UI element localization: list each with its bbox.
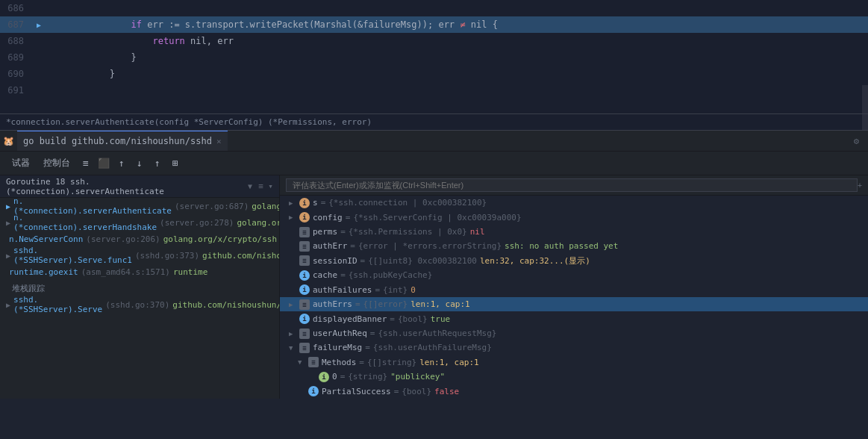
add-watch-icon[interactable]: + <box>858 181 862 190</box>
callstack-item-0[interactable]: ▶ n.(*connection).serverAuthenticate (se… <box>0 198 279 214</box>
expand-icon-5: ▶ <box>6 301 10 309</box>
btn-rerun[interactable]: ≡ <box>78 155 94 172</box>
callstack-panel: Goroutine 18 ssh.(*connection).serverAut… <box>0 175 280 399</box>
call-signature: *connection.serverAuthenticate(config *S… <box>6 117 372 127</box>
current-line-arrow: ▶ <box>37 21 41 29</box>
btn-stop[interactable]: ⬛ <box>96 155 112 172</box>
vars-search-bar: + <box>280 175 868 196</box>
var-row-displayedbanner[interactable]: i displayedBanner = {bool} true <box>280 311 868 326</box>
expand-s[interactable]: ▶ <box>289 199 299 207</box>
goroutine-dropdown-arrow[interactable]: ▼ <box>248 182 252 190</box>
expand-autherrs[interactable]: ▶ <box>289 301 299 308</box>
expand-icon-3: ▶ <box>6 252 10 260</box>
call-info-bar: *connection.serverAuthenticate(config *S… <box>0 113 868 130</box>
debugger-toolbar: 试器 控制台 ≡ ⬛ ↑ ↓ ↑ ⊞ <box>0 152 868 175</box>
var-icon-userAuthReq: ≡ <box>299 329 310 339</box>
goroutine-selector[interactable]: Goroutine 18 ssh.(*connection).serverAut… <box>0 175 279 198</box>
build-tab-label: go build github.com/nishoushun/sshd <box>23 136 212 146</box>
code-line-690: 690 } <box>0 66 868 82</box>
btn-step-into[interactable]: ↑ <box>149 155 166 172</box>
var-row-cache[interactable]: i cache = {ssh.pubKeyCache} <box>280 268 868 282</box>
expand-icon-0: ▶ <box>6 202 10 211</box>
var-row-partialsuccess[interactable]: i PartialSuccess = {bool} false <box>280 384 868 398</box>
vars-search-input[interactable] <box>286 178 858 192</box>
btn-resume[interactable]: ↑ <box>113 155 130 172</box>
goroutine-label: Goroutine 18 ssh.(*connection).serverAut… <box>6 177 245 196</box>
var-row-sessionid[interactable]: ≡ sessionID = {[]uint8} 0xc000382100 len… <box>280 254 868 268</box>
var-icon-config: i <box>299 212 310 222</box>
tab-console[interactable]: 控制台 <box>37 154 76 172</box>
var-icon-sessionid: ≡ <box>299 255 310 266</box>
var-icon-autherrs: ≡ <box>299 299 310 310</box>
var-icon-perms: ≡ <box>299 227 310 237</box>
var-row-autherr[interactable]: ≡ authErr = {error | *errors.errorString… <box>280 239 868 253</box>
settings-icon[interactable]: ⚙ <box>854 136 865 146</box>
go-icon: 🐹 <box>3 136 14 146</box>
var-icon-displayedbanner: i <box>299 314 310 324</box>
code-lines: 686 687 ▶ if err := s.transport.writePac… <box>0 0 868 113</box>
callstack-item-2[interactable]: n.NewServerConn (server.go:206) golang.o… <box>0 231 279 247</box>
var-row-failuremsg[interactable]: ▼ ≡ failureMsg = {ssh.userAuthFailureMsg… <box>280 340 868 355</box>
expand-userAuthReq[interactable]: ▶ <box>289 330 299 337</box>
var-icon-cache: i <box>299 270 310 281</box>
tab-bar: 🐹 go build github.com/nishoushun/sshd × … <box>0 131 868 152</box>
var-icon-authfailures: i <box>299 284 310 295</box>
var-row-s[interactable]: ▶ i s = {*ssh.connection | 0xc000382100} <box>280 196 868 210</box>
callstack-item-5[interactable]: ▶ sshd.(*SSHServer).Serve (sshd.go:370) … <box>0 296 279 313</box>
var-row-config[interactable]: ▶ i config = {*ssh.ServerConfig | 0xc000… <box>280 210 868 224</box>
var-icon-s: i <box>299 198 310 208</box>
expand-failuremsg[interactable]: ▼ <box>289 344 299 352</box>
callstack-item-1[interactable]: ▶ n.(*connection).serverHandshake (serve… <box>0 214 279 231</box>
expand-methods[interactable]: ▼ <box>298 358 308 366</box>
extra-controls: ≡ ▾ <box>258 181 273 191</box>
var-row-userAuthReq[interactable]: ▶ ≡ userAuthReq = {ssh.userAuthRequestMs… <box>280 326 868 340</box>
btn-step-out[interactable]: ⊞ <box>167 155 184 172</box>
variables-panel: + ▶ i s = {*ssh.connection | 0xc00038210… <box>280 175 868 399</box>
var-row-autherrs[interactable]: ▶ ≡ authErrs = {[]error} len:1, cap:1 <box>280 297 868 311</box>
btn-step-over[interactable]: ↓ <box>131 155 148 172</box>
callstack-item-3[interactable]: ▶ sshd.(*SSHServer).Serve.func1 (sshd.go… <box>0 247 279 264</box>
code-editor: 686 687 ▶ if err := s.transport.writePac… <box>0 0 868 131</box>
var-icon-methods: ≡ <box>308 357 319 367</box>
var-row-authfailures[interactable]: i authFailures = {int} 0 <box>280 283 868 297</box>
var-row-methods-0[interactable]: i 0 = {string} "publickey" <box>280 370 868 384</box>
callstack-section-label: 堆栈跟踪 <box>0 280 279 296</box>
var-icon-partialsuccess: i <box>308 386 319 396</box>
debugger-main: Goroutine 18 ssh.(*connection).serverAut… <box>0 175 868 399</box>
var-icon-autherr: ≡ <box>299 241 310 252</box>
var-row-perms[interactable]: ≡ perms = {*ssh.Permissions | 0x0} nil <box>280 225 868 239</box>
build-tab-close[interactable]: × <box>216 137 222 146</box>
expand-icon-1: ▶ <box>6 219 10 227</box>
var-row-methods[interactable]: ▼ ≡ Methods = {[]string} len:1, cap:1 <box>280 355 868 370</box>
var-icon-failuremsg: ≡ <box>299 343 310 353</box>
tab-debugger[interactable]: 试器 <box>6 154 36 172</box>
callstack-item-4[interactable]: runtime.goexit (asm_amd64.s:1571) runtim… <box>0 264 279 280</box>
build-tab[interactable]: go build github.com/nishoushun/sshd × <box>17 131 228 151</box>
var-icon-methods-0: i <box>319 372 329 382</box>
expand-config[interactable]: ▶ <box>289 214 299 221</box>
